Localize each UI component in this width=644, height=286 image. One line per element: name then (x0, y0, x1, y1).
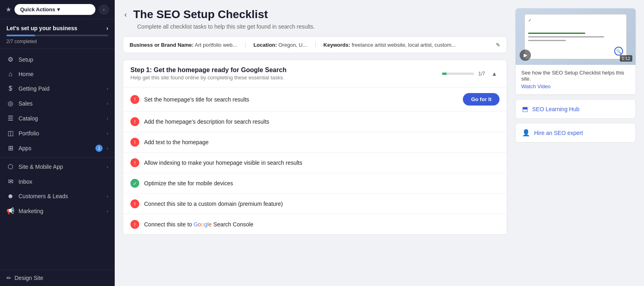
success-icon: ✓ (130, 179, 139, 188)
sidebar: ★ Quick Actions ▾ ‹ Let's set up your bu… (0, 0, 115, 286)
error-icon: ! (130, 117, 139, 126)
marketing-icon: 📢 (6, 207, 14, 215)
sidebar-item-portfolio[interactable]: ◫ Portfolio › (0, 126, 115, 141)
sidebar-item-site-mobile-app[interactable]: ⬡ Site & Mobile App › (0, 159, 115, 174)
google-e-letter: e (208, 221, 212, 228)
pencil-icon: ✏ (6, 275, 11, 281)
apps-badge: 1 (95, 145, 103, 152)
chevron-right-icon: › (107, 131, 108, 136)
sidebar-item-label: Marketing (19, 208, 103, 214)
sidebar-item-label: Sales (19, 100, 103, 107)
checklist-item-mobile: ✓ Optimize the site for mobile devices (123, 173, 507, 194)
sidebar-collapse-button[interactable]: ‹ (99, 4, 109, 15)
item-label: Allow indexing to make your homepage vis… (144, 160, 500, 166)
chevron-right-icon: › (107, 101, 108, 106)
customers-icon: ☻ (6, 193, 14, 200)
design-site-button[interactable]: ✏ Design Site (0, 269, 115, 286)
seo-learning-hub-link[interactable]: ⬒ SEO Learning Hub (515, 99, 636, 119)
chevron-right-icon: › (107, 164, 108, 169)
back-button[interactable]: ‹ (123, 10, 128, 19)
error-icon: ! (130, 220, 139, 229)
progress-bar-track (6, 35, 108, 36)
error-icon: ! (130, 138, 139, 147)
chevron-right-icon: › (107, 146, 108, 151)
page-subtitle: Complete all checklist tasks to help thi… (137, 23, 507, 30)
checklist-item-indexing: ! Allow indexing to make your homepage v… (123, 153, 507, 173)
checklist-item-title: ! Set the homepage's title for search re… (123, 87, 507, 112)
location-value: Oregon, U... (279, 42, 307, 48)
play-button[interactable]: ▶ (520, 50, 531, 61)
edit-icon[interactable]: ✎ (496, 42, 500, 48)
google-o-letter: o (198, 221, 201, 228)
collapse-checklist-button[interactable]: ▲ (489, 70, 500, 78)
setup-chevron-icon: › (106, 25, 108, 31)
sidebar-item-label: Site & Mobile App (19, 164, 103, 170)
video-thumbnail[interactable]: ✓ 🔍 ▶ 1:12 (516, 8, 636, 65)
info-divider (315, 41, 316, 48)
sidebar-item-customers-leads[interactable]: ☻ Customers & Leads › (0, 189, 115, 203)
sales-icon: ◎ (6, 99, 14, 107)
sidebar-item-catalog[interactable]: ☰ Catalog › (0, 111, 115, 126)
mini-progress-bar (442, 73, 474, 75)
sidebar-item-label: Apps (19, 145, 91, 151)
hire-seo-expert-link[interactable]: 👤 Hire an SEO expert (515, 123, 636, 143)
video-description: See how the SEO Setup Checklist helps th… (516, 65, 636, 95)
chevron-right-icon: › (107, 209, 108, 213)
progress-section: 1/7 ▲ (442, 70, 500, 78)
sidebar-item-label: Home (19, 71, 108, 77)
checkmark-icon: ✓ (528, 18, 532, 23)
mock-line-2 (528, 36, 604, 37)
business-label: Business or Brand Name: Art portfolio we… (130, 42, 237, 48)
sidebar-item-marketing[interactable]: 📢 Marketing › (0, 203, 115, 218)
design-site-label: Design Site (14, 275, 43, 281)
hire-expert-label: Hire an SEO expert (534, 130, 583, 136)
item-label: Optimize the site for mobile devices (144, 180, 500, 187)
search-circle-icon: 🔍 (614, 47, 623, 56)
sidebar-item-label: Catalog (19, 115, 103, 122)
setup-section: Let's set up your business › 2/7 complet… (0, 19, 115, 49)
right-sidebar: ✓ 🔍 ▶ 1:12 See how the SEO Setup Checkli… (515, 8, 636, 286)
checklist-area: ‹ The SEO Setup Checklist Complete all c… (123, 8, 507, 286)
sidebar-item-getting-paid[interactable]: $ Getting Paid › (0, 81, 115, 96)
go-for-it-button[interactable]: Go for It (463, 93, 500, 106)
keywords-value: freelance artist website, local artist, … (352, 42, 456, 48)
sidebar-item-setup[interactable]: ⚙ Setup (0, 52, 115, 67)
dollar-icon: $ (6, 85, 14, 92)
mini-progress-fill (442, 73, 446, 75)
chevron-right-icon: › (107, 86, 108, 91)
setup-title[interactable]: Let's set up your business › (6, 25, 108, 31)
info-divider (245, 41, 246, 48)
error-icon: ! (130, 199, 139, 208)
star-icon: ★ (6, 6, 11, 13)
chevron-right-icon: › (107, 194, 108, 199)
video-thumbnail-content: ✓ 🔍 (524, 14, 626, 59)
site-icon: ⬡ (6, 163, 14, 170)
seo-hub-icon: ⬒ (522, 105, 528, 113)
quick-actions-button[interactable]: Quick Actions ▾ (14, 4, 95, 15)
nav-section: ⚙ Setup ⌂ Home $ Getting Paid › ◎ Sales … (0, 49, 115, 269)
business-value: Art portfolio web... (195, 42, 237, 48)
sidebar-item-sales[interactable]: ◎ Sales › (0, 96, 115, 111)
keywords-label: Keywords: freelance artist website, loca… (324, 42, 456, 48)
chevron-right-icon: › (107, 116, 108, 121)
seo-learning-hub-label: SEO Learning Hub (532, 106, 580, 112)
catalog-icon: ☰ (6, 114, 14, 122)
checklist-item-text: ! Add text to the homepage (123, 132, 507, 153)
watch-video-link[interactable]: Watch Video (521, 83, 630, 89)
video-card: ✓ 🔍 ▶ 1:12 See how the SEO Setup Checkli… (515, 8, 636, 95)
main-inner: ‹ The SEO Setup Checklist Complete all c… (115, 0, 644, 286)
sidebar-item-home[interactable]: ⌂ Home (0, 67, 115, 81)
error-icon: ! (130, 95, 139, 104)
inbox-icon: ✉ (6, 178, 14, 185)
mock-line-3 (528, 40, 566, 41)
sidebar-item-label: Getting Paid (19, 85, 103, 92)
sidebar-item-label: Customers & Leads (19, 193, 103, 199)
item-label: Add the homepage's description for searc… (144, 118, 500, 125)
google-g-letter: G (194, 221, 198, 228)
sidebar-item-inbox[interactable]: ✉ Inbox (0, 174, 115, 189)
progress-bar-fill (6, 35, 35, 36)
location-label: Location: Oregon, U... (254, 42, 307, 48)
sidebar-item-label: Portfolio (19, 130, 103, 137)
sidebar-item-apps[interactable]: ⊞ Apps 1 › (0, 141, 115, 155)
info-bar: Business or Brand Name: Art portfolio we… (123, 36, 507, 53)
